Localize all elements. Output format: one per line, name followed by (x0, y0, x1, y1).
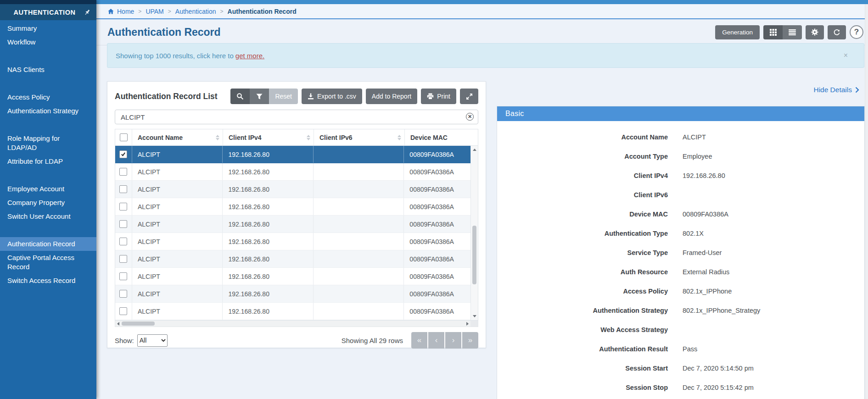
row-cell: ALCIPT (132, 285, 222, 302)
help-button[interactable]: ? (850, 25, 863, 39)
row-cell: ALCIPT (132, 250, 222, 267)
first-page-button[interactable]: « (411, 332, 427, 349)
row-checkbox[interactable] (119, 272, 127, 280)
row-cell (313, 163, 403, 180)
breadcrumb-upam[interactable]: UPAM (146, 8, 163, 15)
row-checkbox[interactable] (119, 290, 127, 298)
table-row[interactable]: ALCIPT192.168.26.8000809FA0386A (115, 198, 470, 216)
header-cell-device-mac[interactable]: Device MAC (404, 129, 471, 145)
scroll-left-icon[interactable] (117, 322, 119, 326)
detail-value: 802.1x_IPPhone (683, 288, 732, 295)
table-horizontal-scrollbar[interactable] (115, 321, 478, 327)
row-cell (313, 181, 403, 198)
row-checkbox[interactable] (119, 307, 127, 315)
sidebar-item-switch-user-account[interactable]: Switch User Account (0, 210, 96, 223)
next-page-button[interactable]: › (445, 332, 461, 349)
show-label: Show: (115, 337, 134, 344)
last-page-button[interactable]: » (462, 332, 478, 349)
grid-view-button[interactable] (763, 25, 783, 39)
sidebar-item-workflow[interactable]: Workflow (0, 35, 96, 49)
row-cell (313, 285, 403, 302)
detail-row-access-policy: Access Policy802.1x_IPPhone (497, 282, 864, 301)
table-row[interactable]: ALCIPT192.168.26.8000809FA0386A (115, 303, 470, 320)
sidebar-item-switch-access-record[interactable]: Switch Access Record (0, 274, 96, 288)
list-view-button[interactable] (783, 25, 802, 39)
table-row[interactable]: ALCIPT192.168.26.8000809FA0386A (115, 285, 470, 303)
table-row[interactable]: ALCIPT192.168.26.8000809FA0386A (115, 216, 470, 233)
table-row[interactable]: ALCIPT192.168.26.8000809FA0386A (115, 233, 470, 250)
record-list-toolbar: Authentication Record List Reset (115, 89, 478, 104)
header-cell-client-ipv4[interactable]: Client IPv4 (223, 129, 314, 145)
notice-close-icon[interactable]: × (844, 51, 848, 60)
sidebar-item-employee-account[interactable]: Employee Account (0, 182, 96, 196)
sidebar-item-role-mapping-for-ldap-ad[interactable]: Role Mapping for LDAP/AD (0, 132, 96, 155)
detail-row-account-name: Account NameALCIPT (497, 127, 864, 147)
sort-icon[interactable] (216, 135, 219, 140)
breadcrumb-authentication[interactable]: Authentication (175, 8, 216, 15)
row-checkbox[interactable] (119, 203, 127, 211)
get-more-link[interactable]: get more. (235, 52, 264, 60)
detail-row-auth-resource: Auth ResourceExternal Radius (497, 262, 864, 282)
sidebar-item-company-property[interactable]: Company Property (0, 196, 96, 210)
row-cell (115, 181, 132, 198)
refresh-button[interactable] (828, 25, 846, 39)
table-row[interactable]: ALCIPT192.168.26.8000809FA0386A (115, 268, 470, 285)
table-row[interactable]: ALCIPT192.168.26.8000809FA0386A (115, 163, 470, 181)
detail-row-client-ipv4: Client IPv4192.168.26.80 (497, 166, 864, 185)
row-checkbox[interactable] (119, 168, 127, 176)
clear-search-icon[interactable]: ✕ (466, 113, 474, 121)
scroll-right-icon[interactable] (466, 322, 469, 326)
table-row[interactable]: ALCIPT192.168.26.8000809FA0386A (115, 181, 470, 198)
add-to-report-button[interactable]: Add to Report (366, 89, 417, 104)
scroll-down-icon[interactable] (473, 315, 476, 317)
sidebar-item-authentication-strategy[interactable]: Authentication Strategy (0, 104, 96, 118)
scroll-up-icon[interactable] (473, 149, 476, 151)
row-checkbox[interactable] (119, 238, 127, 245)
breadcrumb: Home > UPAM > Authentication > Authentic… (96, 4, 868, 19)
row-checkbox[interactable] (119, 185, 127, 193)
table-vertical-scrollbar[interactable] (470, 146, 478, 320)
header-cell-account-name[interactable]: Account Name (132, 129, 223, 145)
select-all-checkbox[interactable] (120, 133, 128, 141)
prev-page-button[interactable]: ‹ (428, 332, 444, 349)
sidebar-item-captive-portal-access-record[interactable]: Captive Portal Access Record (0, 251, 96, 274)
hide-details-link[interactable]: Hide Details (813, 86, 859, 94)
pin-icon[interactable] (84, 9, 91, 16)
row-cell: 00809FA0386A (403, 285, 470, 302)
settings-button[interactable] (806, 25, 824, 39)
row-checkbox[interactable] (119, 150, 127, 158)
breadcrumb-home[interactable]: Home (107, 8, 134, 15)
rows-per-page-select[interactable]: All (137, 334, 168, 347)
detail-label: Session Stop (497, 384, 668, 391)
sort-icon[interactable] (398, 135, 401, 140)
table-row[interactable]: ALCIPT192.168.26.8000809FA0386A (115, 146, 470, 163)
export-csv-button[interactable]: Export to .csv (302, 89, 362, 104)
sidebar-item-summary[interactable]: Summary (0, 22, 96, 35)
horizontal-scroll-thumb[interactable] (122, 321, 155, 326)
expand-button[interactable] (460, 89, 478, 104)
page-scrollbar[interactable] (865, 4, 868, 399)
detail-label: Authentication Result (497, 345, 668, 353)
detail-label: Client IPv6 (497, 191, 668, 199)
table-row[interactable]: ALCIPT192.168.26.8000809FA0386A (115, 250, 470, 268)
sidebar-item-attribute-for-ldap[interactable]: Attribute for LDAP (0, 155, 96, 168)
sidebar-item-nas-clients[interactable]: NAS Clients (0, 63, 96, 77)
header-cell-client-ipv6[interactable]: Client IPv6 (314, 129, 404, 145)
detail-value: Employee (683, 153, 712, 160)
detail-label: Authentication Strategy (497, 307, 668, 314)
reset-button[interactable]: Reset (269, 89, 298, 104)
vertical-scroll-thumb[interactable] (472, 226, 476, 284)
search-button[interactable] (230, 89, 250, 104)
sort-icon[interactable] (307, 135, 310, 140)
row-cell (313, 303, 403, 320)
row-checkbox[interactable] (119, 220, 127, 228)
row-checkbox[interactable] (119, 255, 127, 263)
sidebar-item-authentication-record[interactable]: Authentication Record (0, 237, 96, 251)
row-cell: 00809FA0386A (403, 303, 470, 320)
print-button[interactable]: Print (421, 89, 456, 104)
scrollbar-corner (470, 321, 478, 327)
generation-button[interactable]: Generation (715, 25, 760, 39)
search-input[interactable] (115, 110, 478, 124)
sidebar-item-access-policy[interactable]: Access Policy (0, 90, 96, 104)
filter-button[interactable] (250, 89, 269, 104)
